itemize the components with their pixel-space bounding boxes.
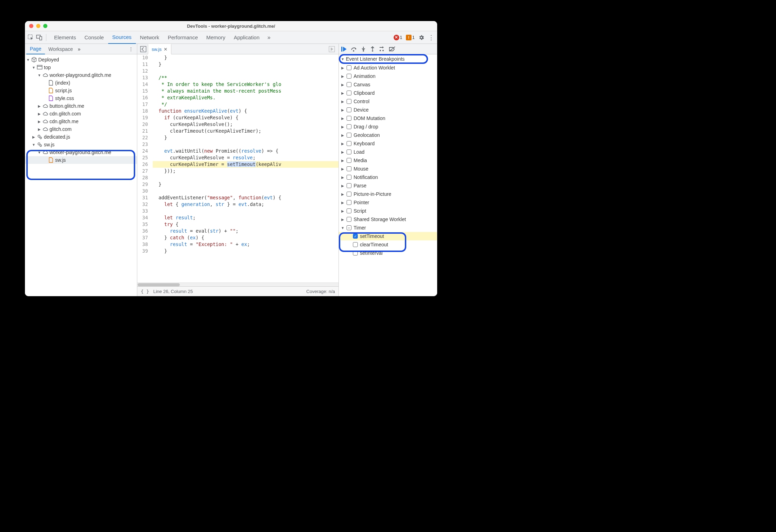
bp-category[interactable]: ▶Pointer [339,198,437,207]
checkbox[interactable] [347,158,351,163]
checkbox[interactable] [347,124,351,129]
bp-category[interactable]: ▶Load [339,148,437,156]
bp-category[interactable]: ▶Mouse [339,165,437,173]
resume-icon[interactable] [341,46,347,52]
tree-item[interactable]: ▶cdn.glitch.me [25,118,137,125]
horizontal-scrollbar[interactable] [137,282,338,286]
tree-item[interactable]: ▼worker-playground.glitch.me [25,148,137,156]
tree-item[interactable]: script.js [25,87,137,94]
bp-category[interactable]: ▶Keyboard [339,139,437,148]
expand-icon: ▶ [341,192,344,196]
checkbox[interactable] [347,192,351,197]
tree-item[interactable]: ▼top [25,64,137,71]
code-editor[interactable]: 1011121314151617181920212223242526272829… [137,54,338,282]
checkbox[interactable] [347,91,351,95]
tab-elements[interactable]: Elements [50,31,80,44]
checkbox[interactable] [353,242,358,247]
navigator-more-icon[interactable]: » [78,46,80,52]
file-tree[interactable]: ▼Deployed▼top▼worker-playground.glitch.m… [25,54,137,296]
checkbox[interactable]: ✓ [353,234,358,239]
event-listener-section-header[interactable]: ▼ Event Listener Breakpoints [339,54,437,64]
checkbox[interactable] [353,251,358,255]
bp-category[interactable]: ▶Clipboard [339,89,437,97]
pretty-print-icon[interactable]: { } [141,289,149,294]
checkbox[interactable] [347,74,351,79]
checkbox[interactable] [347,225,351,230]
breakpoint-list[interactable]: ▶Ad Auction Worklet▶Animation▶Canvas▶Cli… [339,64,437,296]
deactivate-breakpoints-icon[interactable] [389,46,396,52]
device-toggle-icon[interactable] [36,34,42,41]
step-out-icon[interactable] [370,46,375,52]
bp-label: Parse [354,183,367,188]
inspect-icon[interactable] [28,34,34,41]
navigator-tab-workspace[interactable]: Workspace [45,44,77,54]
bp-category[interactable]: ▶Shared Storage Worklet [339,215,437,224]
checkbox[interactable] [347,99,351,104]
cloud-icon [42,126,48,132]
bp-category[interactable]: ▶Animation [339,72,437,80]
bp-category[interactable]: ▶DOM Mutation [339,114,437,122]
bp-category[interactable]: ▶Geolocation [339,131,437,139]
checkbox[interactable] [347,166,351,171]
close-tab-icon[interactable]: ✕ [164,47,167,52]
checkbox[interactable] [347,107,351,112]
tree-item[interactable]: ▶glitch.com [25,125,137,133]
bp-category[interactable]: ▶Canvas [339,80,437,89]
checkbox[interactable] [347,200,351,205]
step-icon[interactable] [379,46,385,52]
bp-item[interactable]: setInterval [339,249,437,257]
settings-icon[interactable] [418,34,425,41]
checkbox[interactable] [347,141,351,146]
tab-console[interactable]: Console [80,31,108,44]
bp-category[interactable]: ▶Parse [339,181,437,190]
tree-item[interactable]: ▼sw.js [25,141,137,148]
checkbox[interactable] [347,183,351,188]
expand-icon: ▼ [38,73,41,77]
checkbox[interactable] [347,217,351,222]
checkbox[interactable] [347,149,351,154]
tree-item[interactable]: ▶dedicated.js [25,133,137,141]
step-over-icon[interactable] [351,46,357,52]
bp-label: Animation [354,73,375,79]
navigator-kebab-icon[interactable] [126,46,136,52]
tree-item[interactable]: ▶cdn.glitch.com [25,110,137,118]
bp-category[interactable]: ▶Script [339,207,437,215]
code-content[interactable]: } } /** * In order to keep the ServiceWo… [151,54,338,282]
tree-item[interactable]: ▼Deployed [25,56,137,64]
tab-memory[interactable]: Memory [202,31,230,44]
step-into-icon[interactable] [361,46,366,52]
tab-sources[interactable]: Sources [108,31,136,44]
tab-application[interactable]: Application [230,31,264,44]
bp-category[interactable]: ▶Media [339,156,437,165]
checkbox[interactable] [347,175,351,180]
tree-item[interactable]: (index) [25,79,137,87]
bp-category[interactable]: ▶Notification [339,173,437,181]
bp-category[interactable]: ▶Drag / drop [339,122,437,131]
bp-category[interactable]: ▶Device [339,106,437,114]
checkbox[interactable] [347,82,351,87]
tree-item[interactable]: ▼worker-playground.glitch.me [25,71,137,79]
bp-category[interactable]: ▶Ad Auction Worklet [339,64,437,72]
tree-item[interactable]: ▶button.glitch.me [25,102,137,110]
kebab-menu-icon[interactable] [428,34,434,41]
bp-category[interactable]: ▶Picture-in-Picture [339,190,437,198]
tab-network[interactable]: Network [136,31,164,44]
checkbox[interactable] [347,133,351,138]
checkbox[interactable] [347,65,351,70]
bp-item[interactable]: ✓setTimeout [339,232,437,240]
tree-item[interactable]: sw.js [25,156,137,164]
tree-item[interactable]: style.css [25,94,137,102]
bp-category-timer[interactable]: ▼Timer [339,224,437,232]
run-snippet-icon[interactable] [327,46,337,52]
bp-category[interactable]: ▶Control [339,97,437,106]
more-tabs-icon[interactable]: » [266,34,272,41]
editor-tab-swjs[interactable]: sw.js ✕ [148,44,171,54]
checkbox[interactable] [347,116,351,121]
error-count[interactable]: ✕1 [394,35,402,40]
warning-count[interactable]: !1 [406,35,415,40]
checkbox[interactable] [347,208,351,213]
navigator-tab-page[interactable]: Page [26,44,45,54]
editor-nav-icon[interactable] [139,46,148,52]
bp-item[interactable]: clearTimeout [339,240,437,249]
tab-performance[interactable]: Performance [164,31,202,44]
